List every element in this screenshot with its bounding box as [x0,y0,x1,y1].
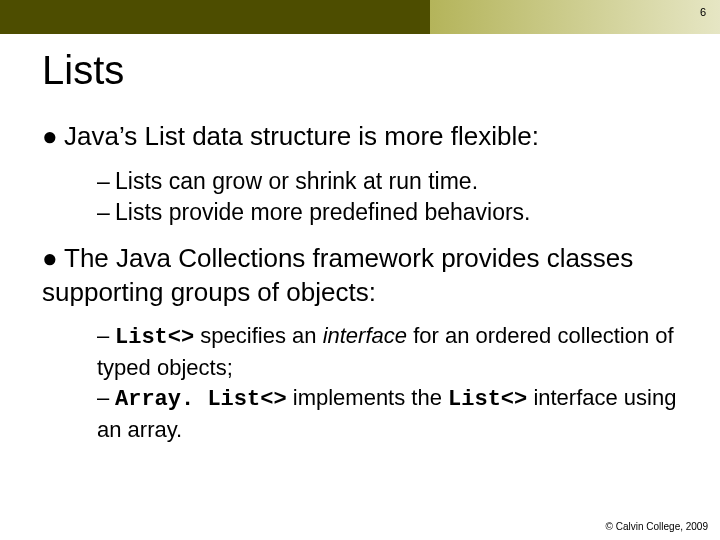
dash-icon: – [97,166,115,197]
dash-icon: – [97,383,115,413]
slide-title: Lists [42,48,124,93]
sub1-mid: specifies an [194,323,322,348]
bullet-1-sub-1: –Lists can grow or shrink at run time. [97,166,678,197]
bullet-1-sub-2: –Lists provide more predefined behaviors… [97,197,678,228]
code-arraylist: Array. List<> [115,387,287,412]
dash-icon: – [97,197,115,228]
sub2-mid: implements the [287,385,448,410]
code-list2: List<> [448,387,527,412]
footer-copyright: © Calvin College, 2009 [606,521,708,532]
bullet-icon: ● [42,242,64,276]
bullet-1-sub-2-text: Lists provide more predefined behaviors. [115,199,531,225]
header-bar-right [430,0,720,34]
bullet-2: ●The Java Collections framework provides… [42,242,678,310]
bullet-1: ●Java’s List data structure is more flex… [42,120,678,154]
slide-body: ●Java’s List data structure is more flex… [42,120,678,458]
page-number: 6 [700,6,706,18]
code-list: List<> [115,325,194,350]
dash-icon: – [97,321,115,351]
header-bar-left [0,0,430,34]
bullet-2-sub: –List<> specifies an interface for an or… [97,321,678,444]
bullet-1-sub: –Lists can grow or shrink at run time. –… [97,166,678,228]
bullet-icon: ● [42,120,64,154]
slide: 6 Lists ●Java’s List data structure is m… [0,0,720,540]
bullet-2-text: The Java Collections framework provides … [42,243,633,307]
sub1-italic: interface [323,323,407,348]
bullet-2-sub-1: –List<> specifies an interface for an or… [97,321,678,382]
bullet-2-sub-2: –Array. List<> implements the List<> int… [97,383,678,444]
bullet-1-sub-1-text: Lists can grow or shrink at run time. [115,168,478,194]
bullet-1-text: Java’s List data structure is more flexi… [64,121,539,151]
